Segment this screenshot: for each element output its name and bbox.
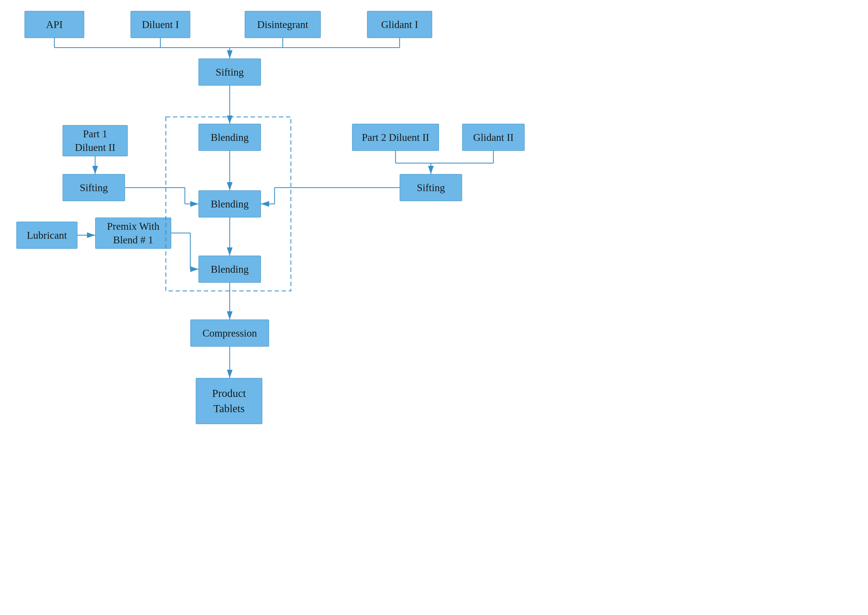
blending3-box: Blending	[198, 256, 261, 283]
compression-box: Compression	[190, 320, 269, 347]
blending1-box: Blending	[198, 124, 261, 151]
diluent1-box: Diluent I	[131, 11, 190, 38]
api-box: API	[25, 11, 84, 38]
lubricant-box: Lubricant	[16, 222, 78, 249]
sifting1-box: Sifting	[198, 58, 261, 86]
part2diluent2-box: Part 2 Diluent II	[352, 124, 439, 151]
disintegrant-box: Disintegrant	[245, 11, 321, 38]
flow-diagram-svg	[0, 0, 868, 615]
sifting3-box: Sifting	[400, 174, 462, 201]
glidant1-box: Glidant I	[367, 11, 432, 38]
sifting2-box: Sifting	[62, 174, 125, 201]
blending2-box: Blending	[198, 190, 261, 217]
premix-box: Premix WithBlend # 1	[95, 217, 171, 249]
part1diluent2-box: Part 1Diluent II	[62, 125, 128, 156]
product-tablets-box: ProductTablets	[196, 378, 262, 424]
glidant2-box: Glidant II	[462, 124, 525, 151]
